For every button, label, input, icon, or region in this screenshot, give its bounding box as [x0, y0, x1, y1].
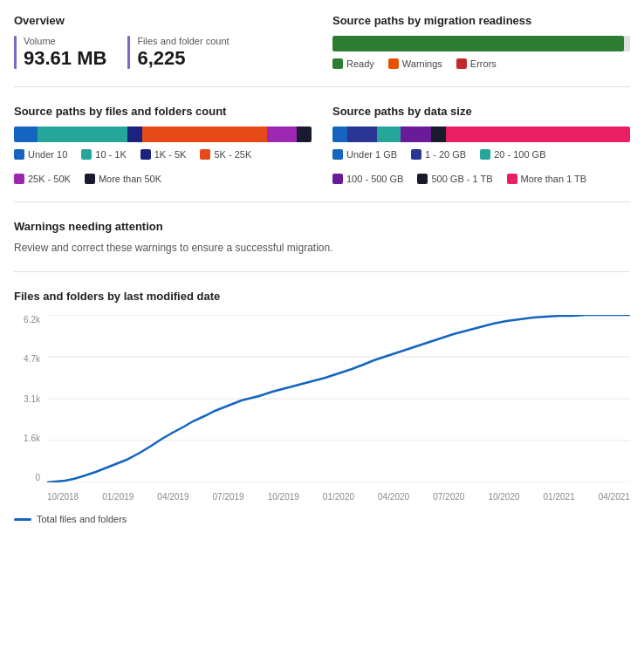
legend-label: 25K - 50K — [28, 174, 71, 184]
overview-metrics: Volume 93.61 MB Files and folder count 6… — [14, 36, 312, 69]
legend-label: 500 GB - 1 TB — [431, 174, 492, 184]
chart-legend: Total files and folders — [14, 514, 630, 524]
volume-accent — [14, 36, 17, 69]
x-axis-label: 07/2019 — [213, 492, 244, 502]
bar-segment — [142, 126, 267, 142]
readiness-legend: ReadyWarningsErrors — [332, 58, 630, 69]
overview-section: Overview Volume 93.61 MB Files and folde… — [14, 14, 312, 69]
count-title: Source paths by files and folders count — [14, 105, 312, 118]
readiness-bar-fill — [332, 36, 624, 51]
legend-box — [14, 174, 24, 184]
chart-legend-label: Total files and folders — [37, 514, 127, 524]
y-axis-label: 1.6k — [24, 434, 40, 443]
x-axis-label: 10/2020 — [488, 492, 519, 502]
size-legend-item: More than 1 TB — [507, 174, 587, 184]
legend-label: 1K - 5K — [154, 149, 187, 160]
count-legend-item: More than 50K — [85, 174, 161, 184]
legend-box — [417, 174, 428, 184]
count-legend-item: 25K - 50K — [14, 174, 71, 184]
bar-segment — [267, 126, 297, 142]
x-axis-label: 10/2018 — [47, 492, 79, 502]
y-axis-labels: 6.2k4.7k3.1k1.6k0 — [14, 315, 44, 482]
legend-label: Under 1 GB — [346, 149, 397, 160]
warnings-section: Warnings needing attention Review and co… — [14, 220, 630, 272]
count-legend-item: 5K - 25K — [200, 149, 251, 160]
count-section: Source paths by files and folders count … — [14, 105, 312, 184]
legend-label: Ready — [346, 58, 374, 69]
legend-box — [388, 58, 399, 69]
size-title: Source paths by data size — [332, 105, 630, 118]
top-grid: Overview Volume 93.61 MB Files and folde… — [14, 14, 630, 87]
bar-segment — [347, 126, 377, 142]
bar-segment — [297, 126, 312, 142]
count-legend-item: 1K - 5K — [140, 149, 187, 160]
x-axis-label: 10/2019 — [268, 492, 299, 502]
volume-metric: Volume 93.61 MB — [14, 36, 106, 69]
legend-label: Errors — [470, 58, 497, 69]
legend-label: 100 - 500 GB — [346, 174, 403, 184]
size-legend-item: 1 - 20 GB — [411, 149, 466, 160]
chart-area — [47, 315, 630, 482]
readiness-section: Source paths by migration readiness Read… — [332, 14, 630, 69]
legend-label: Under 10 — [28, 149, 67, 160]
x-axis-label: 07/2020 — [433, 492, 464, 502]
size-bar — [332, 126, 630, 142]
legend-label: 1 - 20 GB — [425, 149, 466, 160]
chart-legend-line — [14, 518, 31, 521]
x-axis-label: 04/2020 — [378, 492, 409, 502]
legend-box — [200, 149, 210, 160]
readiness-legend-item: Errors — [456, 58, 497, 69]
legend-box — [14, 149, 24, 160]
legend-label: Warnings — [402, 58, 442, 69]
count-legend: Under 1010 - 1K1K - 5K5K - 25K25K - 50KM… — [14, 149, 312, 184]
size-section: Source paths by data size Under 1 GB1 - … — [332, 105, 630, 184]
volume-label: Volume — [24, 36, 106, 46]
x-axis-labels: 10/201801/201904/201907/201910/201901/20… — [47, 486, 630, 507]
readiness-legend-item: Ready — [332, 58, 374, 69]
volume-value: 93.61 MB — [24, 48, 106, 69]
warnings-description: Review and correct these warnings to ens… — [14, 242, 630, 254]
bar-segment — [401, 126, 430, 142]
legend-box — [507, 174, 517, 184]
bar-segment — [127, 126, 142, 142]
x-axis-label: 04/2021 — [599, 492, 630, 502]
legend-box — [81, 149, 92, 160]
files-value: 6,225 — [137, 48, 229, 69]
legend-box — [140, 149, 151, 160]
size-legend-item: 100 - 500 GB — [332, 174, 403, 184]
count-legend-item: 10 - 1K — [81, 149, 126, 160]
legend-box — [456, 58, 467, 69]
files-label: Files and folder count — [137, 36, 229, 46]
readiness-bar-container — [332, 36, 630, 51]
count-bar — [14, 126, 312, 142]
size-legend: Under 1 GB1 - 20 GB20 - 100 GB100 - 500 … — [332, 149, 630, 184]
warnings-title: Warnings needing attention — [14, 220, 630, 233]
readiness-title: Source paths by migration readiness — [332, 14, 630, 27]
files-metric: Files and folder count 6,225 — [127, 36, 229, 69]
x-axis-label: 01/2021 — [544, 492, 575, 502]
size-legend-item: 500 GB - 1 TB — [417, 174, 492, 184]
legend-label: More than 1 TB — [521, 174, 587, 184]
count-legend-item: Under 10 — [14, 149, 67, 160]
readiness-legend-item: Warnings — [388, 58, 442, 69]
middle-grid: Source paths by files and folders count … — [14, 105, 630, 202]
bar-segment — [38, 126, 127, 142]
files-accent — [127, 36, 130, 69]
legend-box — [332, 149, 343, 160]
y-axis-label: 3.1k — [24, 394, 40, 404]
overview-title: Overview — [14, 14, 312, 27]
y-axis-label: 4.7k — [24, 354, 40, 364]
bar-segment — [431, 126, 446, 142]
bar-segment — [446, 126, 630, 142]
bar-segment — [377, 126, 401, 142]
x-axis-label: 01/2020 — [323, 492, 354, 502]
legend-label: 20 - 100 GB — [494, 149, 545, 160]
y-axis-label: 6.2k — [24, 315, 40, 325]
bar-segment — [332, 126, 347, 142]
legend-label: 10 - 1K — [95, 149, 126, 160]
legend-box — [332, 174, 343, 184]
legend-label: 5K - 25K — [214, 149, 251, 160]
legend-box — [411, 149, 421, 160]
chart-section: Files and folders by last modified date … — [14, 290, 630, 524]
bar-segment — [14, 126, 38, 142]
